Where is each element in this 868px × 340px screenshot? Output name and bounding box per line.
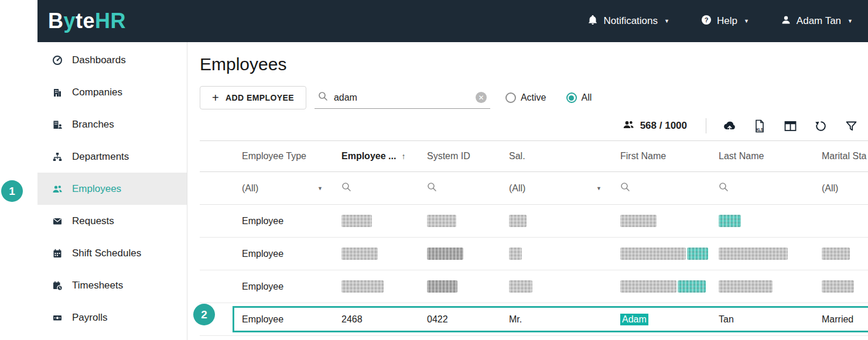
filter-search-system-id[interactable] bbox=[418, 172, 500, 204]
radio-label: Active bbox=[521, 92, 546, 103]
filter-search-first-name[interactable] bbox=[611, 172, 709, 204]
filter-empty bbox=[200, 172, 233, 204]
table-cell bbox=[709, 205, 812, 237]
search-icon bbox=[620, 182, 630, 194]
radio-active[interactable]: Active bbox=[505, 92, 546, 103]
redacted-value bbox=[719, 280, 773, 293]
chevron-down-icon: ▼ bbox=[596, 186, 602, 191]
refresh-icon[interactable] bbox=[813, 118, 828, 133]
main-content: Employees + ADD EMPLOYEE ✕ Active All bbox=[188, 42, 868, 340]
filter-select-value: (All) bbox=[509, 183, 525, 194]
table-cell: Employee bbox=[233, 303, 332, 335]
company-icon bbox=[52, 87, 63, 98]
filter-select-sal[interactable]: (All)▼ bbox=[500, 172, 611, 204]
column-header-system-id[interactable]: System ID bbox=[418, 141, 500, 171]
search-icon bbox=[719, 182, 729, 194]
filter-search-employee[interactable] bbox=[332, 172, 418, 204]
record-count-text: 568 / 1000 bbox=[640, 120, 687, 132]
grid-toolbar: 568 / 1000 XLS bbox=[200, 116, 868, 136]
sidebar-item-label: Shift Schedules bbox=[72, 248, 141, 259]
search-input[interactable] bbox=[333, 92, 471, 104]
help-menu[interactable]: ? Help ▼ bbox=[701, 15, 749, 28]
cloud-upload-icon[interactable] bbox=[722, 118, 737, 133]
add-employee-button[interactable]: + ADD EMPLOYEE bbox=[200, 86, 306, 109]
table-cell bbox=[611, 205, 709, 237]
table-cell bbox=[418, 238, 500, 270]
column-header-last-name[interactable]: Last Name bbox=[709, 141, 812, 171]
table-cell: Employee bbox=[233, 205, 332, 237]
table-cell bbox=[709, 270, 812, 303]
controls-row: + ADD EMPLOYEE ✕ Active All bbox=[200, 85, 868, 110]
table-row-selected[interactable]: Employee24680422Mr.AdamTanMarried bbox=[200, 303, 868, 336]
redacted-value bbox=[719, 248, 788, 260]
sidebar-item-departments[interactable]: Departments bbox=[37, 140, 187, 173]
timesheet-icon bbox=[52, 280, 63, 291]
redacted-value bbox=[427, 215, 456, 227]
department-icon bbox=[52, 152, 63, 162]
redacted-value bbox=[427, 280, 457, 293]
sidebar-item-label: Dashboards bbox=[72, 54, 126, 66]
column-chooser-icon[interactable] bbox=[782, 118, 798, 133]
search-box: ✕ bbox=[315, 87, 490, 109]
column-header-first-name[interactable]: First Name bbox=[611, 141, 709, 171]
filter-select-marital-sta[interactable]: (All)▼ bbox=[812, 172, 868, 204]
redacted-value bbox=[719, 215, 741, 227]
page-title: Employees bbox=[200, 54, 868, 75]
sidebar-item-employees[interactable]: Employees bbox=[37, 173, 187, 205]
radio-all[interactable]: All bbox=[566, 92, 592, 103]
user-menu[interactable]: Adam Tan ▼ bbox=[781, 15, 853, 28]
row-handle-header bbox=[200, 141, 233, 171]
sidebar-item-dashboards[interactable]: Dashboards bbox=[37, 44, 187, 76]
dashboard-icon bbox=[52, 55, 63, 66]
table-cell bbox=[418, 270, 500, 303]
redacted-value bbox=[427, 248, 463, 260]
annotation-step-1: 1 bbox=[1, 180, 23, 202]
filter-select-employee-type[interactable]: (All)▼ bbox=[233, 172, 332, 204]
sidebar-item-label: Payrolls bbox=[72, 312, 107, 324]
plus-icon: + bbox=[212, 92, 219, 104]
column-header-marital-sta[interactable]: Marital Sta bbox=[812, 141, 868, 171]
filter-search-last-name[interactable] bbox=[709, 172, 812, 204]
sidebar-item-companies[interactable]: Companies bbox=[37, 76, 187, 108]
table-row[interactable]: Employee bbox=[200, 270, 868, 303]
sidebar: Dashboards Companies Branches Department… bbox=[37, 42, 187, 340]
sidebar-item-payrolls[interactable]: Payrolls bbox=[37, 301, 187, 334]
column-header-employee[interactable]: Employee ...↑ bbox=[332, 141, 418, 171]
employees-table: Employee TypeEmployee ...↑System IDSal.F… bbox=[200, 140, 868, 336]
table-header-row: Employee TypeEmployee ...↑System IDSal.F… bbox=[200, 140, 868, 172]
radio-circle-icon bbox=[566, 92, 577, 103]
logo-text: y bbox=[64, 9, 76, 33]
filter-icon[interactable] bbox=[843, 118, 859, 133]
table-cell bbox=[332, 205, 418, 237]
redacted-value bbox=[509, 248, 522, 260]
table-row[interactable]: Employee bbox=[200, 238, 868, 270]
redacted-value bbox=[509, 280, 532, 293]
top-bar: ByteHR Notifications ▼ ? Help ▼ Adam Tan… bbox=[37, 0, 868, 42]
sidebar-item-label: Timesheets bbox=[72, 280, 123, 291]
table-cell bbox=[812, 238, 868, 270]
column-header-sal[interactable]: Sal. bbox=[500, 141, 611, 171]
table-cell: Adam bbox=[611, 303, 709, 335]
table-row[interactable]: Employee bbox=[200, 205, 868, 238]
redacted-value bbox=[822, 248, 850, 260]
status-filter: Active All bbox=[505, 92, 592, 103]
annotation-step-2: 2 bbox=[193, 304, 215, 325]
sidebar-item-branches[interactable]: Branches bbox=[37, 108, 187, 140]
sidebar-item-label: Departments bbox=[72, 151, 129, 163]
filter-select-value: (All) bbox=[242, 183, 258, 194]
record-count: 568 / 1000 bbox=[623, 119, 687, 133]
logo-text: HR bbox=[95, 9, 126, 33]
search-icon bbox=[427, 182, 437, 194]
clear-search-icon[interactable]: ✕ bbox=[476, 92, 487, 103]
table-cell bbox=[418, 205, 500, 237]
notifications-menu[interactable]: Notifications ▼ bbox=[587, 15, 669, 28]
column-header-employee-type[interactable]: Employee Type bbox=[233, 141, 332, 171]
radio-circle-icon bbox=[505, 92, 516, 103]
sidebar-item-shift-schedules[interactable]: Shift Schedules bbox=[37, 237, 187, 269]
table-cell bbox=[709, 238, 812, 270]
export-xls-icon[interactable]: XLS bbox=[752, 118, 767, 133]
sidebar-item-requests[interactable]: Requests bbox=[37, 205, 187, 237]
app-logo[interactable]: ByteHR bbox=[48, 11, 126, 32]
toolbar-divider bbox=[706, 118, 706, 133]
sidebar-item-timesheets[interactable]: Timesheets bbox=[37, 269, 187, 301]
